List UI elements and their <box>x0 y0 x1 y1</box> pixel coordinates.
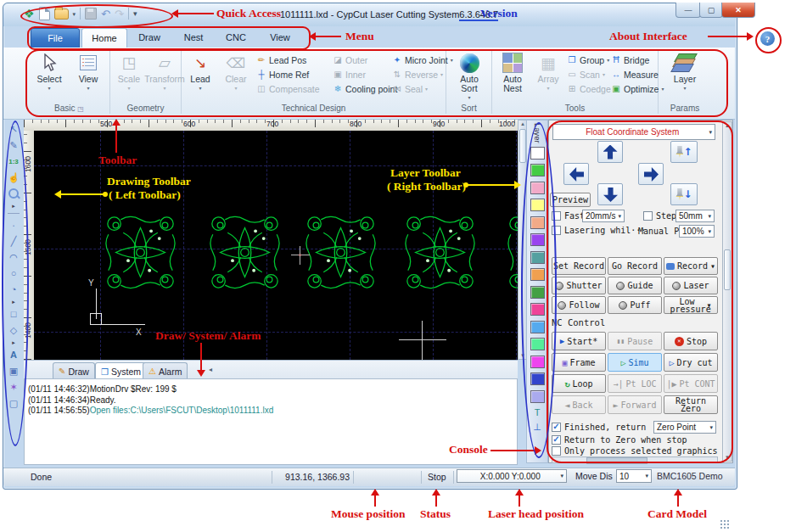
layer-swatch-15[interactable] <box>530 390 545 403</box>
scale-tool-icon[interactable]: 1:3 <box>7 154 21 168</box>
ornament-graphic-1[interactable] <box>104 212 177 293</box>
layer-swatch-1[interactable] <box>530 147 545 160</box>
jog-down-button[interactable] <box>597 183 623 205</box>
open-caret-icon[interactable]: ▾ <box>73 11 76 17</box>
open-file-icon[interactable] <box>54 8 69 20</box>
step-checkbox[interactable] <box>643 211 653 221</box>
shutter-button[interactable]: Shutter <box>552 277 606 294</box>
pie-tool-icon[interactable]: ◔ <box>7 283 21 296</box>
laser-head-position-select[interactable]: X:0.000 Y:0.000 ▾ <box>457 469 567 483</box>
resize-grip[interactable] <box>720 519 730 529</box>
simu-button[interactable]: ▷Simu <box>608 353 662 372</box>
save-icon[interactable] <box>85 8 97 20</box>
puff-button[interactable]: Puff <box>608 296 662 314</box>
coordinate-system-select[interactable]: Float Coordinate System ▾ <box>552 124 715 140</box>
dry-cut-button[interactable]: ▷Dry cut <box>664 353 718 372</box>
bridge-button[interactable]: ĦBridge <box>611 53 664 67</box>
ornament-graphic-5[interactable] <box>506 212 518 293</box>
select-caret-icon[interactable]: ▾ <box>48 85 50 91</box>
layer-swatch-3[interactable] <box>530 182 545 194</box>
jog-left-button[interactable] <box>563 163 589 185</box>
cooling-point-button[interactable]: ❄Cooling point <box>333 81 397 96</box>
return-zero-button[interactable]: Return Zero <box>664 395 718 414</box>
text-tool-icon[interactable]: A <box>7 348 21 361</box>
home-ref-button[interactable]: ┼Home Ref <box>256 67 320 81</box>
layer-background-tool-icon[interactable]: ⊥ <box>533 422 541 436</box>
dialog-launcher-icon[interactable]: ◳ <box>77 105 84 113</box>
tab-scroll-left-icon[interactable]: ◂ <box>209 366 212 373</box>
view-caret-icon[interactable]: ▾ <box>87 85 89 91</box>
preview-button[interactable]: Preview <box>550 193 591 207</box>
lead-pos-button[interactable]: ✏Lead Pos <box>256 53 320 67</box>
layer-swatch-10[interactable] <box>530 303 545 316</box>
layer-swatch-11[interactable] <box>530 321 545 333</box>
ornament-graphic-3[interactable] <box>304 212 378 293</box>
z-up-button[interactable]: ↑ <box>670 141 698 163</box>
auto-nest-button[interactable]: Auto Nest <box>494 52 531 93</box>
laser-button[interactable]: Laser <box>664 277 718 294</box>
scroll-up-icon[interactable]: ▲ <box>723 123 732 128</box>
layer-tab-label[interactable]: Layer <box>533 123 542 143</box>
frame-button[interactable]: ▣Frame <box>552 353 606 372</box>
frame-tool-icon[interactable]: ▣ <box>7 364 21 378</box>
minimize-button[interactable]: — <box>675 3 701 18</box>
rounded-rect-tool-icon[interactable]: ▢ <box>7 396 21 410</box>
layer-caret-icon[interactable]: ▾ <box>683 85 686 91</box>
point-tool-icon[interactable]: ∙ <box>7 218 21 232</box>
lasering-checkbox[interactable] <box>552 226 561 235</box>
panel-vertical-scrollbar[interactable]: ▲ ▼ <box>722 121 732 462</box>
layer-swatch-6[interactable] <box>530 233 545 246</box>
customize-quick-access-icon[interactable]: ▾ <box>133 10 137 18</box>
new-file-icon[interactable] <box>39 7 50 20</box>
record-button[interactable]: Record▾ <box>664 257 718 275</box>
layer-swatch-14[interactable] <box>530 372 545 385</box>
layer-button[interactable]: Layer ▾ <box>666 52 704 91</box>
low-pressure-button[interactable]: Low pressure▾ <box>664 296 718 314</box>
set-record-button[interactable]: Set Record <box>552 257 606 275</box>
fast-checkbox[interactable] <box>552 211 561 221</box>
layer-swatch-13[interactable] <box>530 356 545 368</box>
maximize-button[interactable]: ▢ <box>699 3 723 18</box>
zoom-flyout-icon[interactable]: ▸ <box>7 203 21 209</box>
panel-horizontal-scrollbar[interactable] <box>552 456 718 463</box>
scrollbar-thumb[interactable] <box>586 457 647 464</box>
go-record-button[interactable]: Go Record <box>608 257 662 275</box>
loop-button[interactable]: ↻Loop <box>552 374 606 393</box>
help-button[interactable]: ? <box>760 31 775 46</box>
move-dis-select[interactable]: 10 ▾ <box>616 469 652 483</box>
lead-caret-icon[interactable]: ▾ <box>199 85 201 91</box>
only-selected-checkbox[interactable] <box>552 446 561 456</box>
follow-button[interactable]: Follow <box>552 296 606 314</box>
tab-system-console[interactable]: ❐ System <box>95 362 147 380</box>
polygon-flyout-icon[interactable]: ▸ <box>7 339 21 345</box>
tab-view[interactable]: View <box>258 28 302 47</box>
lead-button[interactable]: ↘ Lead ▾ <box>182 52 219 91</box>
layer-swatch-7[interactable] <box>530 251 545 264</box>
guide-button[interactable]: Guide <box>608 277 662 294</box>
jog-up-button[interactable] <box>597 141 623 163</box>
drawing-canvas[interactable]: Y X <box>34 131 518 360</box>
auto-sort-button[interactable]: Auto Sort ▾ <box>451 52 488 100</box>
undo-icon[interactable]: ↶ <box>101 8 110 20</box>
auto-sort-caret-icon[interactable]: ▾ <box>468 94 470 100</box>
measure-button[interactable]: ↔Measure <box>611 67 664 81</box>
rectangle-tool-icon[interactable]: □ <box>7 307 21 321</box>
scrollbar-thumb[interactable] <box>519 129 526 163</box>
view-button[interactable]: View ▾ <box>70 52 107 91</box>
polygon-tool-icon[interactable]: ◇ <box>7 323 21 337</box>
group-caret-icon[interactable]: ▾ <box>607 57 609 63</box>
magic-wand-tool-icon[interactable]: ✶ <box>7 380 21 394</box>
scrollbar-thumb[interactable] <box>724 249 731 290</box>
layer-swatch-2[interactable] <box>530 164 545 176</box>
z-down-button[interactable]: ↓ <box>670 183 698 205</box>
layer-swatch-12[interactable] <box>530 338 545 350</box>
tab-draw-console[interactable]: ✎ Draw <box>53 362 95 379</box>
zoom-tool-icon[interactable] <box>7 187 21 200</box>
arc-tool-icon[interactable]: ◠ <box>7 250 21 264</box>
tab-draw[interactable]: Draw <box>127 28 171 47</box>
start-button[interactable]: ▶Start* <box>552 332 606 350</box>
manual-pw-select[interactable]: 100%▾ <box>679 225 715 238</box>
node-edit-tool-icon[interactable]: ✎ <box>7 138 21 152</box>
scroll-down-icon[interactable]: ▼ <box>723 455 732 460</box>
line-tool-icon[interactable]: ╱ <box>7 234 21 248</box>
